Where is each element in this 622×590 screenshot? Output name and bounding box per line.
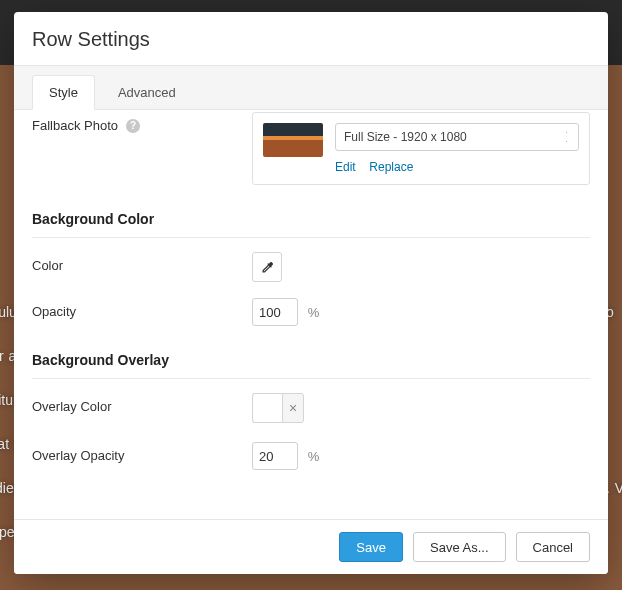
- fallback-photo-block: Full Size - 1920 x 1080 Edit Replace: [252, 112, 590, 185]
- label-fallback-photo: Fallback Photo ?: [32, 112, 252, 133]
- modal-footer: Save Save As... Cancel: [14, 519, 608, 574]
- label-opacity: Opacity: [32, 298, 252, 319]
- label-overlay-color: Overlay Color: [32, 393, 252, 414]
- eyedropper-icon: [260, 260, 275, 275]
- modal-scroll[interactable]: Fallback Photo ? Full Size - 1920 x 1080…: [14, 110, 608, 519]
- modal-body: Fallback Photo ? Full Size - 1920 x 1080…: [14, 110, 608, 519]
- color-picker-button[interactable]: [252, 252, 282, 282]
- overlay-opacity-unit: %: [308, 449, 320, 464]
- overlay-opacity-input[interactable]: [252, 442, 298, 470]
- section-background-overlay: Background Overlay: [32, 334, 590, 379]
- tab-advanced[interactable]: Advanced: [101, 75, 193, 110]
- photo-edit-link[interactable]: Edit: [335, 160, 356, 174]
- cancel-button[interactable]: Cancel: [516, 532, 590, 562]
- save-as-button[interactable]: Save As...: [413, 532, 506, 562]
- save-button[interactable]: Save: [339, 532, 403, 562]
- modal-title: Row Settings: [32, 28, 590, 51]
- photo-replace-link[interactable]: Replace: [369, 160, 413, 174]
- overlay-color-swatch[interactable]: [252, 393, 282, 423]
- modal-header: Row Settings: [14, 12, 608, 66]
- section-background-color: Background Color: [32, 193, 590, 238]
- opacity-input[interactable]: [252, 298, 298, 326]
- row-settings-modal: Row Settings Style Advanced Fallback Pho…: [14, 12, 608, 574]
- overlay-color-clear-button[interactable]: ×: [282, 393, 304, 423]
- label-overlay-opacity: Overlay Opacity: [32, 442, 252, 463]
- tab-style[interactable]: Style: [32, 75, 95, 110]
- photo-size-select[interactable]: Full Size - 1920 x 1080: [335, 123, 579, 151]
- photo-thumbnail[interactable]: [263, 123, 323, 157]
- help-icon[interactable]: ?: [126, 119, 140, 133]
- opacity-unit: %: [308, 305, 320, 320]
- label-color: Color: [32, 252, 252, 273]
- photo-links: Edit Replace: [335, 159, 579, 174]
- tabs-bar: Style Advanced: [14, 66, 608, 110]
